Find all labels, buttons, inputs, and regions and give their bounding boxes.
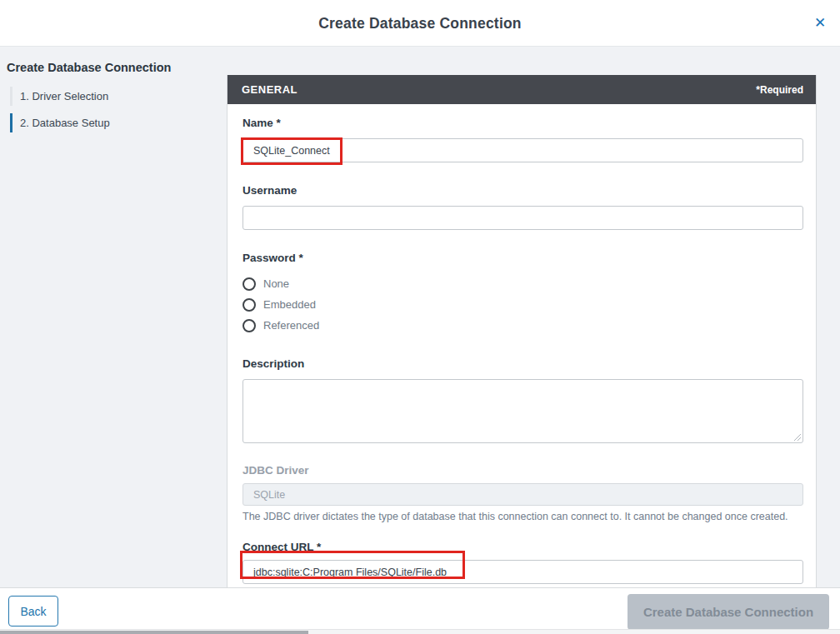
horizontal-scrollbar[interactable] (0, 629, 840, 634)
create-database-connection-button[interactable]: Create Database Connection (628, 594, 829, 630)
description-field-group: Description (242, 356, 803, 443)
username-input[interactable] (242, 206, 803, 230)
password-option-referenced[interactable]: Referenced (242, 315, 803, 336)
radio-label: Embedded (263, 298, 316, 311)
password-label: Password * (242, 250, 803, 267)
wizard-sidebar: Create Database Connection 1. Driver Sel… (0, 47, 227, 587)
jdbc-driver-input (242, 483, 803, 506)
back-button[interactable]: Back (8, 596, 58, 627)
modal-header: Create Database Connection ✕ (0, 0, 840, 47)
sidebar-item-driver-selection[interactable]: 1. Driver Selection (10, 87, 177, 106)
panel-title: GENERAL (242, 83, 298, 96)
general-panel-header: GENERAL *Required (228, 75, 816, 104)
step-label: 2. Database Setup (20, 117, 110, 129)
jdbc-driver-label: JDBC Driver (242, 463, 803, 478)
sidebar-item-database-setup[interactable]: 2. Database Setup (10, 113, 177, 132)
connect-url-label: Connect URL * (242, 540, 803, 555)
radio-icon[interactable] (242, 277, 256, 291)
horizontal-scrollbar-thumb[interactable] (0, 631, 308, 634)
description-label: Description (242, 356, 803, 372)
close-icon[interactable]: ✕ (811, 14, 829, 32)
step-label: 1. Driver Selection (20, 90, 108, 102)
jdbc-driver-field-group: JDBC Driver The JDBC driver dictates the… (242, 463, 803, 523)
password-option-none[interactable]: None (242, 273, 803, 294)
required-note: *Required (756, 84, 803, 96)
radio-label: Referenced (263, 319, 319, 332)
name-input[interactable] (242, 138, 803, 162)
name-label: Name * (242, 115, 803, 132)
modal-title: Create Database Connection (0, 15, 840, 32)
description-textarea[interactable] (242, 379, 803, 443)
radio-icon[interactable] (242, 298, 256, 312)
general-panel: GENERAL *Required Name * Username Passwo… (227, 75, 817, 587)
wizard-steps: 1. Driver Selection 2. Database Setup (10, 87, 227, 132)
radio-label: None (263, 277, 289, 290)
radio-icon[interactable] (242, 319, 256, 332)
modal-footer: Back Create Database Connection (0, 587, 840, 629)
username-label: Username (242, 182, 803, 199)
wizard-heading: Create Database Connection (7, 61, 227, 74)
jdbc-driver-help-text: The JDBC driver dictates the type of dat… (242, 510, 803, 523)
username-field-group: Username (242, 182, 803, 230)
connect-url-input[interactable] (242, 560, 803, 584)
general-panel-body: Name * Username Password * None Embedded (228, 104, 816, 584)
content-area: Create Database Connection 1. Driver Sel… (0, 47, 840, 587)
password-option-embedded[interactable]: Embedded (242, 294, 803, 315)
name-field-group: Name * (242, 115, 803, 162)
connect-url-field-group: Connect URL * (242, 540, 803, 584)
password-field-group: Password * None Embedded Referenced (242, 250, 803, 336)
